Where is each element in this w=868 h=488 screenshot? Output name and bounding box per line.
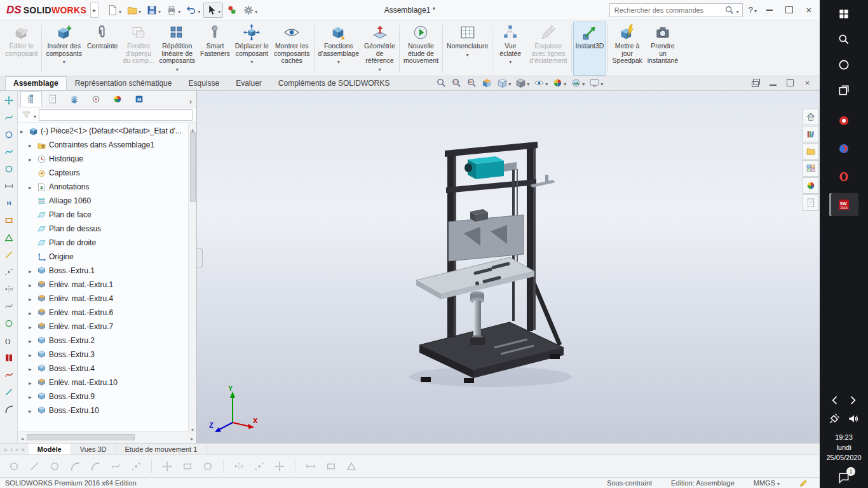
tree-item-historique[interactable]: Historique: [18, 152, 188, 166]
expand-arrow-icon[interactable]: [29, 364, 34, 373]
dropdown-chevron-icon[interactable]: [582, 77, 585, 88]
dropdown-chevron-icon[interactable]: [600, 77, 603, 88]
dropdown-chevron-icon[interactable]: [218, 4, 220, 16]
rebuild-button[interactable]: [224, 3, 240, 17]
tree-item-boss-extru-10[interactable]: Boss.-Extru.10: [18, 403, 188, 417]
scroll-up-icon[interactable]: [189, 123, 196, 131]
dropdown-chevron-icon[interactable]: [508, 77, 511, 88]
left-toolbar-button-12[interactable]: [2, 282, 16, 296]
expand-arrow-icon[interactable]: [29, 294, 34, 303]
left-toolbar-button-15[interactable]: [2, 334, 16, 348]
show-hidden-components-button[interactable]: Montrer les composants cachés: [271, 22, 313, 76]
left-toolbar-button-19[interactable]: [2, 402, 16, 416]
left-toolbar-button-7[interactable]: [2, 196, 16, 210]
dropdown-chevron-icon[interactable]: [198, 4, 200, 16]
new-document-button[interactable]: [105, 3, 123, 17]
section-view-button[interactable]: [482, 78, 492, 88]
taskbar-search-button[interactable]: [829, 28, 858, 51]
propertymanager-tab[interactable]: [42, 92, 64, 107]
tree-vertical-scrollbar[interactable]: [188, 123, 196, 431]
next-tab-arrow-icon[interactable]: [16, 445, 18, 453]
featuremanager-tab[interactable]: [20, 92, 42, 107]
dropdown-chevron-icon[interactable]: [119, 4, 121, 16]
first-tab-arrow-icon[interactable]: [4, 445, 8, 453]
expand-arrow-icon[interactable]: [29, 406, 34, 415]
dropdown-chevron-icon[interactable]: [337, 58, 340, 66]
units-selector[interactable]: MMGS: [754, 479, 780, 487]
window-maximize-button[interactable]: [782, 4, 796, 17]
dropdown-chevron-icon[interactable]: [63, 58, 65, 66]
linear-component-pattern-button[interactable]: Répétition linéaire de composants: [156, 22, 198, 76]
taskbar-app-opera[interactable]: [829, 165, 858, 188]
taskbar-app-red[interactable]: [829, 109, 858, 132]
network-icon[interactable]: [827, 412, 842, 426]
menu-flyout-arrow-icon[interactable]: [90, 3, 98, 18]
expand-arrow-icon[interactable]: [29, 336, 34, 345]
help-chevron-icon[interactable]: [754, 5, 757, 15]
expand-arrow-icon[interactable]: [29, 322, 34, 331]
options-button[interactable]: [241, 3, 259, 17]
insert-components-button[interactable]: Insérer des composants: [43, 22, 85, 76]
taskpane-home[interactable]: [803, 109, 819, 125]
tree-item-boss-extru-4[interactable]: Boss.-Extru.4: [18, 362, 188, 376]
left-toolbar-button-6[interactable]: [2, 179, 16, 193]
window-minimize-button[interactable]: [763, 4, 776, 17]
left-toolbar-button-8[interactable]: [2, 214, 16, 227]
left-toolbar-button-14[interactable]: [2, 316, 16, 330]
dropdown-chevron-icon[interactable]: [379, 65, 381, 74]
edit-component-button[interactable]: Editer le composant: [3, 22, 40, 76]
panel-overflow-arrow-icon[interactable]: [185, 95, 196, 107]
zoom-to-area-button[interactable]: [451, 78, 462, 88]
tab-modele[interactable]: Modèle: [29, 444, 71, 454]
scroll-right-icon[interactable]: [187, 431, 196, 443]
taskbar-app-browser[interactable]: [829, 137, 858, 160]
document-restore-button[interactable]: [785, 79, 795, 87]
previous-tab-arrow-icon[interactable]: [11, 445, 13, 453]
filter-chevron-icon[interactable]: [34, 109, 36, 121]
apply-scene-button[interactable]: [571, 77, 585, 88]
dropdown-chevron-icon[interactable]: [527, 77, 529, 88]
tree-item-boss-extru-9[interactable]: Boss.-Extru.9: [18, 390, 188, 403]
tree-item-boss-extru-3[interactable]: Boss.-Extru.3: [18, 348, 188, 362]
document-cascade-icon[interactable]: [751, 79, 761, 87]
feature-filter-input[interactable]: [39, 109, 193, 121]
tab-assemblage[interactable]: Assemblage: [5, 76, 67, 90]
dropdown-chevron-icon[interactable]: [509, 58, 512, 66]
tab-vues-3d[interactable]: Vues 3D: [71, 444, 116, 454]
dropdown-chevron-icon[interactable]: [158, 4, 161, 16]
tab-esquisse[interactable]: Esquisse: [180, 76, 227, 90]
command-search[interactable]: [609, 3, 743, 17]
select-tool-button[interactable]: [203, 3, 223, 18]
expand-arrow-icon[interactable]: [29, 266, 34, 275]
dropdown-chevron-icon[interactable]: [178, 4, 180, 16]
update-speedpak-button[interactable]: Mettre à jour Speedpak: [609, 22, 644, 76]
taskpane-view-palette[interactable]: [803, 160, 819, 177]
dropdown-chevron-icon[interactable]: [466, 51, 469, 59]
view-orientation-button[interactable]: [497, 77, 511, 88]
taskbar-app-solidworks-2016[interactable]: [829, 193, 858, 216]
expand-arrow-icon[interactable]: [29, 182, 34, 191]
assembly-3d-model[interactable]: [197, 91, 820, 443]
tab-etude-de-mouvement-1[interactable]: Etude de mouvement 1: [116, 444, 207, 454]
tree-item-contraintes[interactable]: Contraintes dans Assemblage1: [18, 138, 188, 152]
expand-arrow-icon[interactable]: [29, 392, 34, 401]
tags-pencil-icon[interactable]: [799, 478, 808, 488]
last-tab-arrow-icon[interactable]: [21, 445, 25, 453]
displaymanager-tab[interactable]: [107, 92, 128, 107]
save-button[interactable]: [144, 3, 163, 17]
tab-representation-schematique[interactable]: Représentation schématique: [67, 76, 180, 90]
expand-arrow-icon[interactable]: [29, 308, 34, 317]
open-document-button[interactable]: [125, 3, 143, 17]
view-settings-button[interactable]: [589, 77, 603, 88]
previous-view-button[interactable]: [466, 78, 477, 88]
tree-item-annotations[interactable]: Annotations: [18, 180, 188, 194]
expand-arrow-icon[interactable]: [29, 140, 34, 149]
bill-of-materials-button[interactable]: Nomenclature: [444, 22, 491, 76]
left-toolbar-button-17[interactable]: [2, 368, 16, 382]
tree-item-enlev-mat-extru-10[interactable]: Enlèv. mat.-Extru.10: [18, 376, 188, 390]
tree-item-enlev-mat-extru-1[interactable]: Enlèv. mat.-Extru.1: [18, 278, 188, 292]
left-toolbar-button-9[interactable]: [2, 231, 16, 245]
taskbar-scroll-right[interactable]: [846, 394, 860, 407]
hide-show-items-button[interactable]: [534, 77, 548, 88]
left-toolbar-button-1[interactable]: [2, 93, 16, 107]
